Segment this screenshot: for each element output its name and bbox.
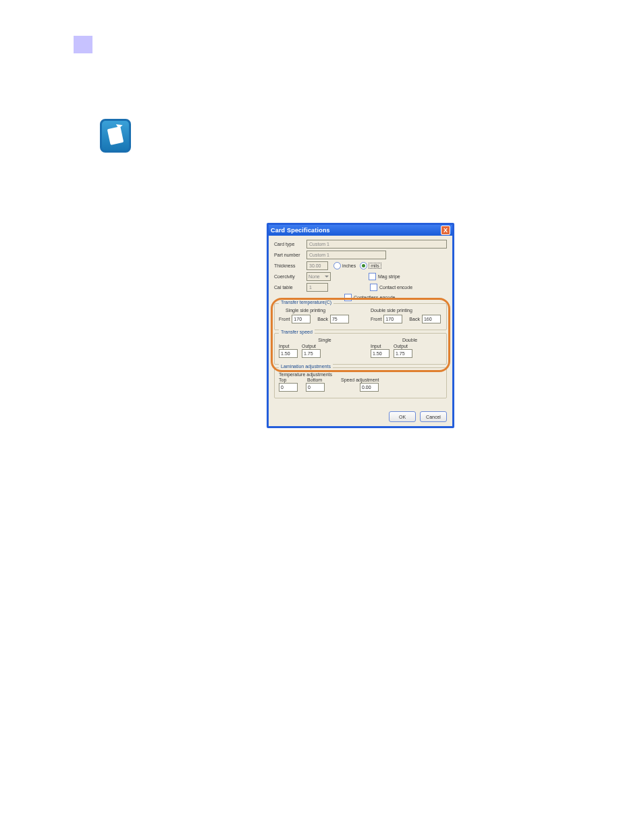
input-part-number[interactable]: Custom 1	[306, 251, 386, 259]
radio-inches[interactable]	[333, 262, 341, 269]
input-lam-bottom[interactable]: 0	[306, 383, 325, 392]
input-speed-single-in[interactable]: 1.50	[279, 349, 298, 358]
label-mag-stripe: Mag stripe	[378, 274, 400, 279]
group-title-lamination: Lamination adjustments	[279, 364, 333, 369]
input-single-front[interactable]: 170	[292, 315, 311, 323]
document-page: Card Specifications X Card type Custom 1…	[0, 0, 644, 834]
label-front-d: Front	[371, 317, 381, 321]
checkbox-contact-encode[interactable]	[370, 284, 377, 291]
label-double-side: Double side printing	[371, 308, 442, 313]
dialog-buttons: OK Cancel	[389, 411, 447, 422]
row-part-number: Part number Custom 1	[274, 251, 447, 259]
radio-mils[interactable]	[360, 262, 367, 269]
close-icon: X	[444, 228, 448, 234]
label-temp-adj: Temperature adjustments	[279, 372, 332, 377]
input-speed-double-in[interactable]: 1.50	[371, 349, 390, 358]
card-specifications-dialog: Card Specifications X Card type Custom 1…	[267, 223, 454, 428]
close-button[interactable]: X	[441, 226, 450, 235]
row-coercivity: Coercivity None Mag stripe	[274, 272, 447, 281]
dialog-title: Card Specifications	[271, 227, 330, 234]
label-input-d: Input	[371, 344, 385, 348]
speed-header: Single Double	[279, 338, 442, 342]
label-speed-double: Double	[377, 338, 442, 342]
label-bottom: Bottom	[307, 377, 327, 382]
select-coercivity[interactable]: None	[306, 272, 331, 281]
label-mils: mils	[369, 263, 381, 269]
checkbox-mag-stripe[interactable]	[369, 273, 376, 280]
label-card-type: Card type	[274, 242, 306, 246]
input-lam-top[interactable]: 0	[279, 383, 298, 392]
manual-note-icon	[100, 119, 131, 153]
input-cal-table[interactable]: 1	[306, 283, 328, 292]
row-contactless: Contactless encode	[344, 294, 447, 301]
label-coercivity: Coercivity	[274, 274, 306, 279]
speed-single-col: Input Output 1.50 1.75	[279, 344, 350, 360]
chevron-down-icon	[325, 276, 329, 278]
label-speed-single: Single	[292, 338, 357, 342]
cancel-button[interactable]: Cancel	[420, 411, 447, 422]
temp-columns: Single side printing Front 170 Back 75 D…	[279, 308, 442, 325]
group-lamination: Lamination adjustments Temperature adjus…	[274, 367, 447, 398]
speed-values: Input Output 1.50 1.75 Input Output	[279, 344, 442, 360]
select-value: None	[308, 274, 320, 279]
label-contact-encode: Contact encode	[379, 285, 412, 290]
label-front: Front	[279, 317, 290, 321]
group-transfer-speed: Transfer speed Single Double Input Outpu…	[274, 333, 447, 365]
input-card-type[interactable]: Custom 1	[306, 240, 447, 249]
label-top: Top	[279, 377, 294, 382]
label-part-number: Part number	[274, 253, 306, 257]
dialog-titlebar: Card Specifications X	[269, 225, 452, 236]
label-output-d: Output	[394, 344, 408, 348]
group-transfer-temperature: Transfer temperature(C) Single side prin…	[274, 303, 447, 330]
input-double-front[interactable]: 170	[383, 315, 402, 323]
label-back-d: Back	[409, 317, 420, 321]
input-speed-single-out[interactable]: 1.75	[302, 349, 321, 358]
input-double-back[interactable]: 160	[422, 315, 441, 323]
group-title-transfer-temp: Transfer temperature(C)	[279, 300, 333, 305]
label-single-side: Single side printing	[286, 308, 350, 313]
temp-single-col: Single side printing Front 170 Back 75	[279, 308, 350, 325]
label-output: Output	[302, 344, 316, 348]
input-thickness[interactable]: 30.00	[306, 261, 328, 270]
group-title-transfer-speed: Transfer speed	[279, 330, 315, 334]
speed-double-col: Input Output 1.50 1.75	[371, 344, 442, 360]
checkbox-contactless-encode[interactable]	[344, 294, 352, 301]
row-thickness: Thickness 30.00 inches mils	[274, 261, 447, 270]
row-card-type: Card type Custom 1	[274, 240, 447, 249]
page-icon	[107, 126, 124, 145]
ok-button[interactable]: OK	[389, 411, 416, 422]
label-cal-table: Cal table	[274, 285, 306, 290]
label-inches: inches	[342, 263, 356, 268]
label-speed-adj: Speed adjustment	[341, 377, 379, 382]
input-lam-speed[interactable]: 0.00	[360, 383, 379, 392]
input-single-back[interactable]: 75	[330, 315, 349, 323]
row-cal-table: Cal table 1 Contact encode	[274, 283, 447, 292]
label-back: Back	[317, 317, 328, 321]
dialog-body: Card type Custom 1 Part number Custom 1 …	[269, 236, 452, 402]
arrow-down-icon	[115, 124, 123, 129]
label-input: Input	[279, 344, 294, 348]
page-number-box	[74, 36, 92, 53]
label-thickness: Thickness	[274, 263, 306, 268]
temp-double-col: Double side printing Front 170 Back 160	[371, 308, 442, 325]
label-contactless-encode: Contactless encode	[354, 295, 395, 300]
input-speed-double-out[interactable]: 1.75	[394, 349, 412, 358]
